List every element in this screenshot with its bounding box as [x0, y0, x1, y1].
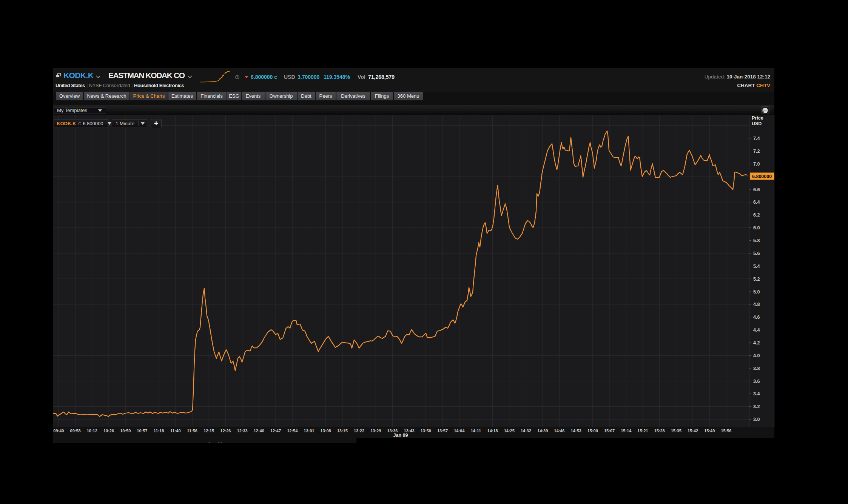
svg-text:5.2: 5.2	[753, 277, 760, 282]
svg-text:14:46: 14:46	[554, 429, 564, 433]
svg-text:14:04: 14:04	[454, 429, 465, 433]
svg-text:3.4: 3.4	[753, 391, 760, 396]
svg-text:5.0: 5.0	[753, 289, 760, 295]
svg-text:15:28: 15:28	[654, 429, 665, 433]
svg-text:13:15: 13:15	[337, 429, 348, 433]
svg-text:14:18: 14:18	[487, 429, 498, 433]
svg-text:5.4: 5.4	[753, 264, 760, 269]
svg-text:3.6: 3.6	[753, 379, 760, 384]
svg-text:13:50: 13:50	[421, 429, 431, 433]
svg-text:12:47: 12:47	[270, 429, 281, 433]
svg-text:13:08: 13:08	[321, 429, 331, 433]
svg-text:3.2: 3.2	[753, 404, 760, 409]
svg-text:15:00: 15:00	[587, 429, 598, 433]
svg-text:12:15: 12:15	[204, 429, 214, 433]
svg-text:USD: USD	[752, 121, 762, 126]
svg-text:7.0: 7.0	[753, 161, 760, 167]
svg-text:14:11: 14:11	[471, 429, 481, 433]
svg-text:11:56: 11:56	[187, 429, 197, 433]
svg-text:14:53: 14:53	[571, 429, 581, 433]
svg-text:12:26: 12:26	[220, 429, 231, 433]
svg-text:4.8: 4.8	[753, 302, 760, 307]
svg-text:4.0: 4.0	[753, 353, 760, 358]
svg-text:12:40: 12:40	[254, 429, 264, 433]
svg-text:6.4: 6.4	[753, 200, 760, 205]
svg-text:10:12: 10:12	[87, 429, 97, 433]
svg-text:7.2: 7.2	[753, 149, 760, 154]
svg-text:12:33: 12:33	[237, 429, 248, 433]
svg-text:15:35: 15:35	[671, 429, 681, 433]
svg-text:09:58: 09:58	[70, 429, 81, 433]
svg-text:09:40: 09:40	[53, 429, 64, 433]
svg-text:11:18: 11:18	[154, 429, 164, 433]
svg-text:15:07: 15:07	[604, 429, 615, 433]
svg-text:3.0: 3.0	[753, 417, 760, 422]
svg-text:12:54: 12:54	[287, 429, 298, 433]
svg-text:15:21: 15:21	[637, 429, 648, 433]
svg-text:15:56: 15:56	[721, 429, 731, 433]
svg-text:11:40: 11:40	[170, 429, 181, 433]
svg-text:4.4: 4.4	[753, 327, 760, 333]
svg-text:14:32: 14:32	[521, 429, 531, 433]
svg-text:Price: Price	[752, 115, 763, 121]
svg-text:13:01: 13:01	[304, 429, 314, 433]
svg-text:5.6: 5.6	[753, 251, 760, 256]
svg-text:15:42: 15:42	[688, 429, 698, 433]
svg-text:13:22: 13:22	[354, 429, 364, 433]
svg-text:6.2: 6.2	[753, 212, 760, 218]
svg-text:6.6: 6.6	[753, 187, 760, 192]
svg-text:15:14: 15:14	[621, 429, 632, 433]
svg-text:3.8: 3.8	[753, 366, 760, 371]
svg-text:13:29: 13:29	[370, 429, 381, 433]
svg-text:10:57: 10:57	[137, 429, 147, 433]
svg-text:13:57: 13:57	[437, 429, 448, 433]
svg-text:Jan 09: Jan 09	[393, 433, 408, 438]
svg-text:6.800000: 6.800000	[752, 174, 772, 179]
svg-text:10:50: 10:50	[120, 429, 131, 433]
svg-text:4.2: 4.2	[753, 340, 760, 346]
svg-text:7.4: 7.4	[753, 136, 760, 141]
svg-text:5.8: 5.8	[753, 238, 760, 243]
svg-text:4.6: 4.6	[753, 315, 760, 320]
svg-text:14:39: 14:39	[537, 429, 548, 433]
svg-text:10:26: 10:26	[103, 429, 114, 433]
svg-text:15:49: 15:49	[704, 429, 715, 433]
svg-text:14:25: 14:25	[504, 429, 515, 433]
svg-text:6.0: 6.0	[753, 225, 760, 230]
